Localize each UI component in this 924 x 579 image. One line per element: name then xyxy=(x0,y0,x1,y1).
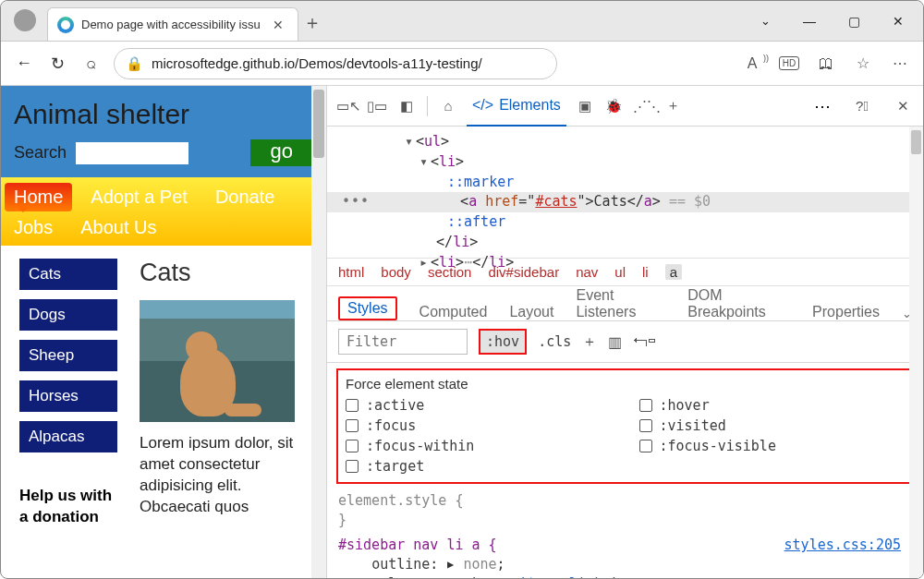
styles-subtabs: Styles Computed Layout Event Listeners D… xyxy=(327,286,923,321)
main-nav: Home Adopt a Pet Donate Jobs About Us xyxy=(1,177,326,246)
sidebar-item-cats[interactable]: Cats xyxy=(19,259,117,290)
state-focus-within[interactable]: :focus-within xyxy=(346,438,612,454)
close-tab-icon[interactable]: ✕ xyxy=(268,16,288,34)
hd-icon[interactable]: HD xyxy=(779,56,799,70)
state-visited[interactable]: :visited xyxy=(639,417,906,434)
subtab-properties[interactable]: Properties xyxy=(812,304,880,320)
force-title: Force element state xyxy=(346,376,905,392)
window-titlebar: Demo page with accessibility issu ✕ ＋ ⌄ … xyxy=(1,1,923,42)
maximize-button[interactable]: ▢ xyxy=(833,7,875,37)
tab-add-icon[interactable]: ＋ xyxy=(663,97,685,115)
force-element-state-panel: Force element state :active :hover :focu… xyxy=(336,368,914,484)
nav-home[interactable]: Home xyxy=(5,183,72,211)
sidebar-item-horses[interactable]: Horses xyxy=(19,380,117,412)
go-button[interactable]: go xyxy=(250,139,313,166)
subtab-layout[interactable]: Layout xyxy=(509,304,553,320)
dom-selected-node[interactable]: ••• <a href="#cats">Cats</a> == $0 xyxy=(327,192,923,212)
address-bar: ← ↻ ⌕ 🔒 microsoftedge.github.io/Demos/de… xyxy=(1,42,923,86)
search-label: Search xyxy=(14,143,67,163)
site-title: Animal shelter xyxy=(14,99,313,130)
computed-panel-button[interactable]: ⮢▭ xyxy=(633,333,655,350)
read-aloud-icon[interactable]: A)) xyxy=(742,55,762,72)
welcome-icon[interactable]: ⌂ xyxy=(437,98,459,114)
reading-mode-icon[interactable]: 🕮 xyxy=(816,55,836,72)
new-tab-button[interactable]: ＋ xyxy=(298,10,326,35)
favorite-icon[interactable]: ☆ xyxy=(853,54,873,72)
help-icon[interactable]: ?⃝ xyxy=(851,98,873,114)
state-target[interactable]: :target xyxy=(346,458,612,475)
sidebar-item-dogs[interactable]: Dogs xyxy=(19,299,117,331)
device-icon[interactable]: ▯▭ xyxy=(366,98,388,115)
article-title: Cats xyxy=(140,259,313,287)
site-header: Animal shelter Search go xyxy=(1,86,326,177)
profile-avatar[interactable] xyxy=(14,9,36,31)
browser-tab[interactable]: Demo page with accessibility issu ✕ xyxy=(47,7,298,41)
styles-filterbar: :hov .cls ＋ ▥ ⮢▭ xyxy=(327,321,923,363)
url-box[interactable]: 🔒 microsoftedge.github.io/Demos/devtools… xyxy=(114,48,557,79)
css-rules[interactable]: element.style { } #sidebar nav li a { st… xyxy=(327,488,923,579)
nav-adopt[interactable]: Adopt a Pet xyxy=(81,183,197,211)
webpage-pane: Animal shelter Search go Home Adopt a Pe… xyxy=(1,86,326,578)
page-sidebar: Cats Dogs Sheep Horses Alpacas Help us w… xyxy=(19,259,117,528)
sidebar-item-alpacas[interactable]: Alpacas xyxy=(19,421,117,452)
minimize-button[interactable]: — xyxy=(788,7,831,37)
nav-jobs[interactable]: Jobs xyxy=(5,213,62,242)
donation-callout: Help us with a donation xyxy=(19,486,117,528)
state-hover[interactable]: :hover xyxy=(639,397,906,414)
subtab-event-listeners[interactable]: Event Listeners xyxy=(576,287,665,320)
url-text: microsoftedge.github.io/Demos/devtools-a… xyxy=(152,55,482,71)
sidebar-item-sheep[interactable]: Sheep xyxy=(19,340,117,371)
styles-source-link[interactable]: styles.css:205 xyxy=(784,536,901,555)
window-close-button[interactable]: ✕ xyxy=(877,7,919,37)
tab-console-icon[interactable]: ▣ xyxy=(574,98,596,115)
tabs-chevron-icon[interactable]: ⌄ xyxy=(744,7,786,37)
devtools-more-icon[interactable]: ⋯ xyxy=(814,96,833,116)
nav-donate[interactable]: Donate xyxy=(206,183,285,211)
back-button[interactable]: ← xyxy=(14,54,34,73)
cat-image xyxy=(140,300,295,422)
search-input[interactable] xyxy=(76,142,188,164)
refresh-button[interactable]: ↻ xyxy=(47,54,67,74)
dom-tree[interactable]: ▾<ul> ▾<li> ::marker ••• <a href="#cats"… xyxy=(327,127,923,276)
page-scrollbar[interactable] xyxy=(311,86,326,578)
subtab-styles[interactable]: Styles xyxy=(338,296,397,320)
article-text: Lorem ipsum dolor, sit amet consectetur … xyxy=(140,433,313,518)
tab-network-icon[interactable]: ⋰⋱ xyxy=(633,98,655,115)
settings-more-icon[interactable]: ⋯ xyxy=(890,54,910,72)
state-focus[interactable]: :focus xyxy=(346,417,612,434)
hov-toggle-button[interactable]: :hov xyxy=(479,329,527,355)
dock-icon[interactable]: ◧ xyxy=(395,98,418,115)
devtools-toolbar: ▭↖ ▯▭ ◧ ⌂ </>Elements ▣ 🐞 ⋰⋱ ＋ ⋯ ?⃝ ✕ xyxy=(327,86,923,127)
cls-toggle-button[interactable]: .cls xyxy=(538,333,571,350)
subtab-computed[interactable]: Computed xyxy=(419,304,488,320)
state-active[interactable]: :active xyxy=(346,397,612,414)
tab-elements[interactable]: </>Elements xyxy=(467,86,566,127)
subtab-dom-breakpoints[interactable]: DOM Breakpoints xyxy=(687,287,790,320)
devtools-scrollbar[interactable] xyxy=(909,127,923,578)
tab-title: Demo page with accessibility issu xyxy=(81,18,261,31)
state-focus-visible[interactable]: :focus-visible xyxy=(639,438,906,454)
devtools-close-icon[interactable]: ✕ xyxy=(892,98,914,115)
inspect-icon[interactable]: ▭↖ xyxy=(336,98,359,115)
new-rule-button[interactable]: ＋ xyxy=(582,332,597,352)
edge-icon xyxy=(57,17,74,33)
styles-filter-input[interactable] xyxy=(338,329,468,355)
lock-icon: 🔒 xyxy=(126,55,142,72)
flex-overlay-button[interactable]: ▥ xyxy=(608,333,622,351)
tab-sources-icon[interactable]: 🐞 xyxy=(603,98,626,115)
nav-about[interactable]: About Us xyxy=(71,213,165,242)
devtools-pane: ▭↖ ▯▭ ◧ ⌂ </>Elements ▣ 🐞 ⋰⋱ ＋ ⋯ ?⃝ ✕ ▾<… xyxy=(326,86,923,578)
addr-search-icon[interactable]: ⌕ xyxy=(80,54,101,73)
